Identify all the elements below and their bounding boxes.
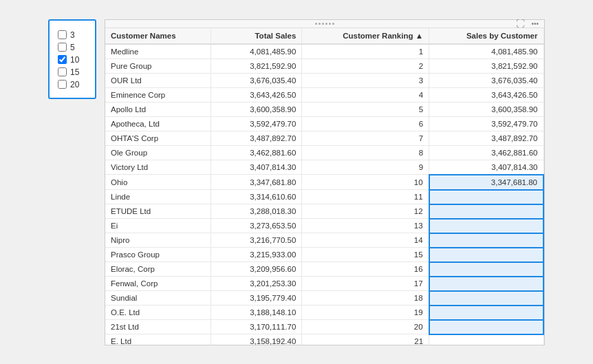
table-row: Ei3,273,653.5013 [105, 219, 543, 233]
cell-7-2: 8 [302, 145, 429, 160]
col-header-1[interactable]: Total Sales [211, 28, 301, 44]
cell-2-3: 3,676,035.40 [429, 73, 543, 87]
table-row: O.E. Ltd3,188,148.1019 [105, 306, 543, 320]
cell-13-3 [429, 233, 543, 248]
table-panel: ⛶ ••• Customer NamesTotal SalesCustomer … [105, 19, 545, 345]
rank-label-3: 3 [70, 30, 75, 40]
table-row: Victory Ltd3,407,814.3093,407,814.30 [105, 160, 543, 175]
main-container: 35101520 ⛶ ••• Customer NamesTotal Sales… [34, 6, 559, 359]
cell-19-3 [429, 320, 543, 334]
more-options-icon[interactable]: ••• [531, 20, 539, 28]
table-row: Ole Group3,462,881.6083,462,881.60 [105, 145, 543, 160]
cell-2-2: 3 [302, 73, 429, 87]
cell-13-1: 3,216,770.50 [211, 233, 301, 248]
table-row: Elorac, Corp3,209,956.6016 [105, 262, 543, 277]
rank-filter-box: 35101520 [48, 19, 96, 99]
cell-17-3 [429, 291, 543, 306]
cell-14-0: Prasco Group [105, 248, 211, 262]
cell-4-0: Apollo Ltd [105, 102, 211, 116]
col-header-0[interactable]: Customer Names [105, 28, 211, 44]
cell-18-3 [429, 306, 543, 320]
cell-0-0: Medline [105, 44, 211, 59]
table-row: Linde3,314,610.6011 [105, 190, 543, 204]
cell-15-0: Elorac, Corp [105, 262, 211, 277]
rank-label-15: 15 [70, 67, 79, 77]
rank-checkbox-3[interactable] [58, 30, 67, 39]
cell-17-0: Sundial [105, 291, 211, 306]
cell-6-3: 3,487,892.70 [429, 131, 543, 145]
cell-8-0: Victory Ltd [105, 160, 211, 175]
cell-19-0: 21st Ltd [105, 320, 211, 334]
cell-20-0: E. Ltd [105, 334, 211, 345]
cell-2-0: OUR Ltd [105, 73, 211, 87]
cell-5-1: 3,592,479.70 [211, 116, 301, 131]
cell-17-1: 3,195,779.40 [211, 291, 301, 306]
cell-10-1: 3,314,610.60 [211, 190, 301, 204]
cell-14-2: 15 [302, 248, 429, 262]
cell-3-3: 3,643,426.50 [429, 87, 543, 102]
cell-4-3: 3,600,358.90 [429, 102, 543, 116]
table-row: Pure Group3,821,592.9023,821,592.90 [105, 58, 543, 73]
panel-header: ⛶ ••• [105, 20, 544, 28]
expand-icon[interactable]: ⛶ [516, 19, 525, 29]
cell-13-2: 14 [302, 233, 429, 248]
cell-5-0: Apotheca, Ltd [105, 116, 211, 131]
cell-9-3: 3,347,681.80 [429, 175, 543, 190]
cell-8-2: 9 [302, 160, 429, 175]
cell-9-1: 3,347,681.80 [211, 175, 301, 190]
cell-12-3 [429, 219, 543, 233]
rank-checkbox-10[interactable] [58, 55, 67, 64]
table-row: OUR Ltd3,676,035.4033,676,035.40 [105, 73, 543, 87]
table-row: Nipro3,216,770.5014 [105, 233, 543, 248]
cell-4-1: 3,600,358.90 [211, 102, 301, 116]
rank-item-15: 15 [58, 67, 87, 77]
cell-11-3 [429, 204, 543, 219]
cell-11-2: 12 [302, 204, 429, 219]
rank-item-20: 20 [58, 80, 87, 89]
cell-8-3: 3,407,814.30 [429, 160, 543, 175]
cell-19-1: 3,170,111.70 [211, 320, 301, 334]
rank-label-20: 20 [70, 80, 79, 89]
cell-2-1: 3,676,035.40 [211, 73, 301, 87]
table-row: Apotheca, Ltd3,592,479.7063,592,479.70 [105, 116, 543, 131]
cell-3-1: 3,643,426.50 [211, 87, 301, 102]
cell-1-1: 3,821,592.90 [211, 58, 301, 73]
cell-6-1: 3,487,892.70 [211, 131, 301, 145]
cell-7-3: 3,462,881.60 [429, 145, 543, 160]
cell-0-3: 4,081,485.90 [429, 44, 543, 59]
cell-20-3 [429, 334, 543, 345]
cell-14-3 [429, 248, 543, 262]
cell-12-1: 3,273,653.50 [211, 219, 301, 233]
cell-19-2: 20 [302, 320, 429, 334]
cell-1-3: 3,821,592.90 [429, 58, 543, 73]
cell-20-1: 3,158,192.40 [211, 334, 301, 345]
cell-18-2: 19 [302, 306, 429, 320]
table-container[interactable]: Customer NamesTotal SalesCustomer Rankin… [105, 28, 544, 345]
cell-16-2: 17 [302, 277, 429, 291]
table-row: Fenwal, Corp3,201,253.3017 [105, 277, 543, 291]
cell-10-0: Linde [105, 190, 211, 204]
rank-checkbox-5[interactable] [58, 43, 67, 52]
table-row: Prasco Group3,215,933.0015 [105, 248, 543, 262]
col-header-2[interactable]: Customer Ranking ▲ [302, 28, 429, 44]
cell-15-1: 3,209,956.60 [211, 262, 301, 277]
table-row: Eminence Corp3,643,426.5043,643,426.50 [105, 87, 543, 102]
rank-checkbox-15[interactable] [58, 67, 67, 76]
cell-16-3 [429, 277, 543, 291]
cell-6-2: 7 [302, 131, 429, 145]
cell-1-2: 2 [302, 58, 429, 73]
rank-item-5: 5 [58, 43, 87, 52]
cell-1-0: Pure Group [105, 58, 211, 73]
table-row: Medline4,081,485.9014,081,485.90 [105, 44, 543, 59]
table-row: OHTA'S Corp3,487,892.7073,487,892.70 [105, 131, 543, 145]
data-table: Customer NamesTotal SalesCustomer Rankin… [105, 28, 544, 345]
table-body: Medline4,081,485.9014,081,485.90Pure Gro… [105, 44, 543, 345]
cell-10-3 [429, 190, 543, 204]
table-row: E. Ltd3,158,192.4021 [105, 334, 543, 345]
col-header-3[interactable]: Sales by Customer [429, 28, 543, 44]
cell-14-1: 3,215,933.00 [211, 248, 301, 262]
cell-9-2: 10 [302, 175, 429, 190]
cell-7-0: Ole Group [105, 145, 211, 160]
rank-checkbox-20[interactable] [58, 80, 67, 89]
drag-handle[interactable] [315, 23, 334, 25]
